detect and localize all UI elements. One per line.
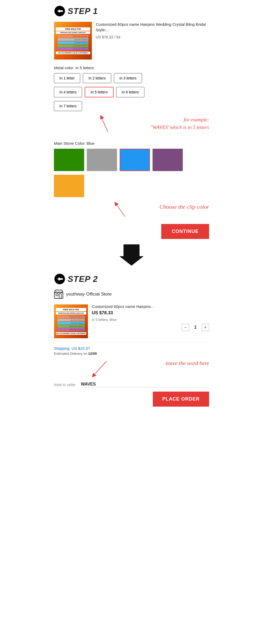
metal-color-label: Metal color: In 5 letters [54, 66, 209, 70]
order-product-row: FREE MOLD FEE PERSONALIZED WORDS HAIRCLI… [54, 304, 209, 342]
color-swatch-yellow[interactable] [54, 175, 84, 197]
store-name: youthway Official Store [66, 292, 112, 297]
color-swatch-gray[interactable] [87, 149, 117, 171]
shipping-row: Shipping: US $15.57 Estimated Delivery o… [54, 346, 209, 356]
order-product-stripes: orange+clear rhinestones gray+clear rhin… [57, 315, 85, 331]
color-annotation: Choose the clip color [54, 201, 209, 219]
letter-buttons-group-2: In 4 letters In 5 letters In 6 letters [54, 87, 209, 97]
svg-rect-9 [59, 294, 61, 298]
stone-color-label: Main Stone Color: Blue [54, 141, 209, 146]
step1-icon [54, 5, 65, 17]
step1-product-image: FREE MOLD FEE PERSONALIZED WORDS HAIRCLI… [54, 22, 92, 60]
letter-btn-7[interactable]: In 7 letters [54, 101, 82, 111]
svg-rect-6 [59, 278, 63, 280]
big-arrow-down [54, 243, 209, 267]
color-arrow [112, 201, 138, 218]
order-img-label-top2: PERSONALIZED WORDS HAIRCLIPS [56, 312, 86, 314]
letter-annotation-text: for example: "WAVES"which is in 5 letter… [150, 116, 209, 131]
letter-arrow [97, 115, 118, 133]
product-stripes: orange+clear rhinestones gray+clear rhin… [58, 34, 89, 51]
continue-button[interactable]: CONTINUE [161, 224, 209, 239]
svg-line-3 [116, 203, 125, 217]
note-label: Note to seller [54, 383, 75, 387]
order-product-price: US $78.33 [92, 310, 209, 316]
place-order-button[interactable]: PLACE ORDER [153, 392, 209, 407]
letter-btn-6[interactable]: In 6 letters [116, 87, 144, 97]
order-product-variant: In 5 letters, Blue [92, 318, 209, 322]
order-img-label-top: FREE MOLD FEE [56, 308, 86, 311]
letter-btn-2[interactable]: In 2 letters [83, 73, 111, 83]
svg-rect-8 [56, 294, 58, 296]
letter-buttons-group-3: In 7 letters [54, 101, 209, 111]
product-img-label-bottom: ANY COLOR/WORD CAN BE CUSTOMIZED! [56, 52, 90, 54]
letter-btn-5[interactable]: In 5 letters [85, 87, 113, 97]
step1-product-info: Customized 60pcs name Hairpins Wedding C… [96, 22, 209, 39]
leave-annotation-text: leave the word here [166, 360, 209, 367]
delivery-text: Estimated Delivery on 12/09 [54, 352, 209, 356]
letter-buttons-group: In 1 letter In 2 letters In 3 letters [54, 73, 209, 83]
delivery-date: 12/09 [88, 352, 97, 356]
step2-icon [54, 273, 65, 285]
quantity-value: 1 [193, 325, 198, 330]
step1-product-title: Customized 60pcs name Hairpins Wedding C… [96, 22, 209, 33]
continue-btn-row: CONTINUE [54, 224, 209, 239]
product-img-label-top2: PERSONALIZED WORDS HAIRCLIPS [56, 31, 90, 34]
color-swatches-group [54, 149, 209, 171]
order-img-label-bottom: ANY COLOR/WORD CAN BE CUSTOMIZED! [56, 332, 86, 335]
svg-marker-4 [120, 244, 143, 266]
letter-btn-4[interactable]: In 4 letters [54, 87, 82, 97]
product-img-label-top: FREE MOLD FEE [56, 27, 90, 31]
color-swatch-purple[interactable] [153, 149, 183, 171]
place-order-row: PLACE ORDER [54, 392, 209, 407]
step1-title: STEP 1 [68, 6, 98, 16]
color-annotation-text: Choose the clip color [159, 203, 209, 210]
step2-heading: STEP 2 [54, 273, 209, 285]
color-swatch-green[interactable] [54, 149, 84, 171]
svg-line-2 [101, 117, 108, 132]
leave-arrow [85, 359, 117, 378]
quantity-increase-button[interactable]: + [202, 324, 209, 331]
letter-btn-3[interactable]: In 3 letters [114, 73, 142, 83]
quantity-decrease-button[interactable]: − [182, 324, 189, 331]
color-swatch-blue[interactable] [120, 149, 150, 171]
shipping-text: Shipping: US $15.57 [54, 346, 209, 351]
order-product-title: Customized 60pcs name Hairpins… [92, 304, 209, 309]
step1-product-row: FREE MOLD FEE PERSONALIZED WORDS HAIRCLI… [54, 22, 209, 60]
note-value: WAVES [81, 382, 209, 387]
step1-heading: STEP 1 [54, 5, 209, 17]
letter-annotation: for example: "WAVES"which is in 5 letter… [54, 115, 209, 138]
down-arrow-icon [120, 243, 143, 267]
color-swatches-group-2 [54, 175, 209, 197]
store-icon [54, 289, 63, 299]
store-row: youthway Official Store [54, 289, 209, 299]
order-product-info: Customized 60pcs name Hairpins… US $78.3… [92, 304, 209, 331]
quantity-row: − 1 + [92, 324, 209, 331]
svg-rect-1 [59, 10, 63, 12]
leave-annotation: leave the word here [54, 359, 209, 380]
order-product-image: FREE MOLD FEE PERSONALIZED WORDS HAIRCLI… [54, 304, 88, 338]
step2-title: STEP 2 [68, 274, 98, 284]
note-row: Note to seller WAVES [54, 380, 209, 387]
step1-product-price: US $78.33 / lot [96, 35, 209, 39]
letter-btn-1[interactable]: In 1 letter [54, 73, 80, 83]
